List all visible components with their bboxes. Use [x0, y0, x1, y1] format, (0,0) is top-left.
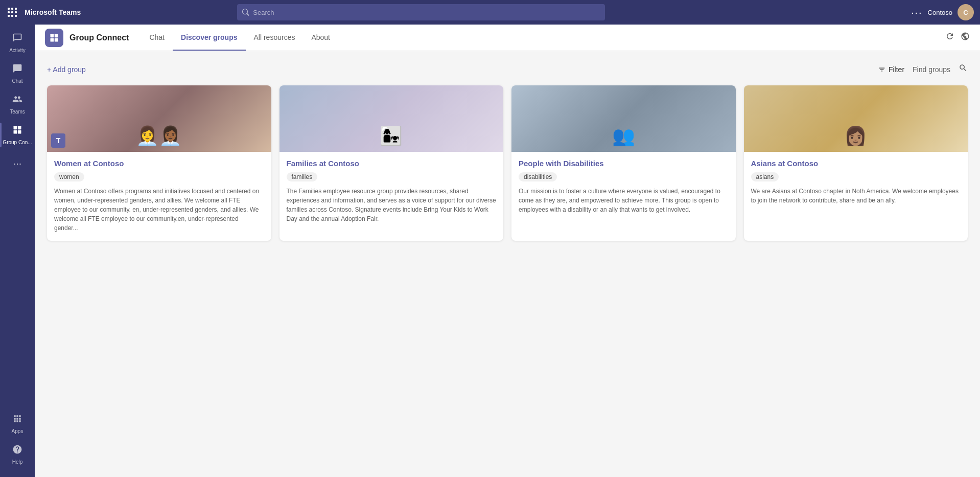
username-label: Contoso — [928, 9, 952, 16]
chat-label: Chat — [12, 78, 22, 84]
sidebar-bottom: Apps Help — [10, 410, 26, 473]
avatar[interactable]: C — [958, 4, 974, 20]
find-groups-search-icon — [959, 63, 968, 73]
svg-rect-9 — [14, 126, 17, 130]
teams-label: Teams — [10, 109, 25, 115]
cards-grid: T Women at Contoso women Women at Contos… — [47, 85, 968, 241]
app-title: Microsoft Teams — [25, 8, 81, 16]
svg-rect-3 — [8, 11, 10, 13]
svg-rect-15 — [51, 38, 54, 41]
svg-rect-10 — [18, 126, 21, 130]
help-label: Help — [12, 459, 23, 465]
group-card-disabilities-image — [511, 85, 736, 152]
group-card-women-image: T — [47, 85, 271, 152]
sidebar-item-teams[interactable]: Teams — [0, 90, 35, 119]
tab-chat[interactable]: Chat — [141, 25, 173, 51]
page-content: + Add group Filter Find groups — [35, 51, 980, 477]
svg-rect-6 — [8, 15, 10, 17]
group-card-women-desc: Women at Contoso offers programs and ini… — [54, 187, 264, 233]
svg-rect-12 — [18, 130, 21, 134]
help-icon — [12, 444, 22, 457]
svg-rect-13 — [51, 34, 54, 37]
group-card-disabilities[interactable]: People with Disabilities disabilities Ou… — [511, 85, 736, 241]
content-area: Group Connect Chat Discover groups All r… — [35, 25, 980, 477]
group-card-women-title: Women at Contoso — [54, 159, 264, 168]
group-card-asians-desc: We are Asians at Contoso chapter in Noth… — [751, 187, 961, 205]
tab-about[interactable]: About — [303, 25, 338, 51]
group-card-women-tag: women — [54, 172, 84, 181]
app-header: Group Connect Chat Discover groups All r… — [35, 25, 980, 51]
tab-all-resources[interactable]: All resources — [246, 25, 304, 51]
group-card-women[interactable]: T Women at Contoso women Women at Contos… — [47, 85, 271, 241]
group-card-disabilities-title: People with Disabilities — [519, 159, 729, 168]
sidebar-item-group-connect[interactable]: Group Con... — [0, 121, 35, 149]
svg-rect-1 — [11, 8, 13, 10]
group-card-families-title: Families at Contoso — [287, 159, 497, 168]
teams-logo-icon: T — [51, 133, 65, 148]
group-card-asians-body: Asians at Contoso asians We are Asians a… — [744, 152, 968, 213]
group-card-asians[interactable]: Asians at Contoso asians We are Asians a… — [744, 85, 968, 241]
group-card-families-body: Families at Contoso families The Familie… — [279, 152, 504, 232]
filter-button[interactable]: Filter — [878, 65, 904, 74]
svg-rect-5 — [15, 11, 17, 13]
find-groups-label: Find groups — [913, 65, 950, 74]
activity-icon — [12, 33, 22, 46]
group-card-asians-tag: asians — [751, 172, 779, 181]
search-icon — [242, 9, 249, 16]
waffle-icon[interactable] — [6, 6, 18, 18]
group-card-families-tag: families — [287, 172, 318, 181]
ellipsis-icon: ··· — [9, 153, 26, 173]
svg-rect-7 — [11, 15, 13, 17]
app-icon — [45, 29, 63, 47]
group-card-asians-title: Asians at Contoso — [751, 159, 961, 168]
app-tabs: Chat Discover groups All resources About — [141, 25, 338, 51]
teams-icon — [12, 94, 22, 107]
sidebar-item-activity[interactable]: Activity — [0, 29, 35, 57]
group-card-families-desc: The Families employee resource group pro… — [287, 187, 497, 223]
svg-rect-8 — [15, 15, 17, 17]
app-name-label: Group Connect — [69, 33, 129, 42]
apps-label: Apps — [12, 428, 24, 434]
group-connect-label: Group Con... — [3, 140, 32, 145]
topbar-right: ··· Contoso C — [911, 4, 974, 20]
more-options-button[interactable]: ··· — [911, 7, 923, 18]
group-card-families[interactable]: Families at Contoso families The Familie… — [279, 85, 504, 241]
refresh-icon[interactable] — [945, 32, 954, 43]
apps-icon — [12, 414, 22, 426]
svg-rect-4 — [11, 11, 13, 13]
svg-rect-0 — [8, 8, 10, 10]
topbar: Microsoft Teams ··· Contoso C — [0, 0, 980, 25]
chat-icon — [12, 63, 22, 76]
globe-icon[interactable] — [961, 32, 970, 43]
tab-discover-groups[interactable]: Discover groups — [173, 25, 245, 51]
svg-rect-11 — [14, 130, 17, 134]
sidebar-item-apps[interactable]: Apps — [10, 410, 26, 438]
group-connect-icon — [12, 125, 22, 138]
filter-icon — [878, 66, 885, 73]
group-card-disabilities-tag: disabilities — [519, 172, 557, 181]
svg-rect-16 — [55, 38, 58, 41]
filter-area: Filter Find groups — [878, 63, 968, 75]
sidebar-item-chat[interactable]: Chat — [0, 59, 35, 88]
more-apps-button[interactable]: ··· — [9, 157, 26, 169]
main-layout: Activity Chat Teams Group Con... ··· — [0, 25, 980, 477]
search-input[interactable] — [253, 9, 599, 16]
filter-label: Filter — [889, 65, 904, 74]
sidebar: Activity Chat Teams Group Con... ··· — [0, 25, 35, 477]
svg-rect-2 — [15, 8, 17, 10]
group-card-families-image — [279, 85, 504, 152]
sidebar-item-help[interactable]: Help — [10, 440, 26, 469]
group-card-women-body: Women at Contoso women Women at Contoso … — [47, 152, 271, 241]
add-group-button[interactable]: + Add group — [47, 65, 86, 74]
toolbar-row: + Add group Filter Find groups — [47, 63, 968, 75]
search-bar[interactable] — [237, 4, 605, 20]
find-groups-search-button[interactable] — [959, 63, 968, 75]
group-card-asians-image — [744, 85, 968, 152]
group-card-disabilities-body: People with Disabilities disabilities Ou… — [511, 152, 736, 222]
svg-rect-14 — [55, 34, 58, 37]
group-card-disabilities-desc: Our mission is to foster a culture where… — [519, 187, 729, 214]
activity-label: Activity — [9, 48, 26, 53]
header-right — [945, 32, 970, 43]
